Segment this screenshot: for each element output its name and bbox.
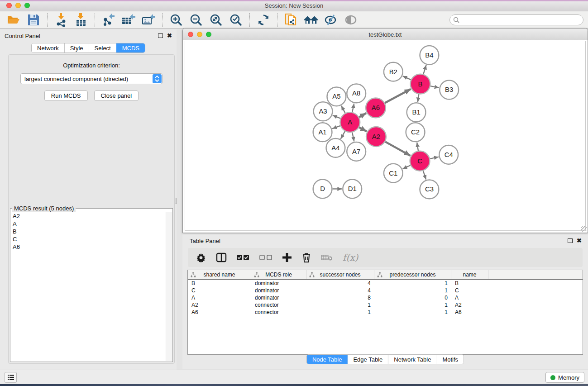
table-cell[interactable]: 1 — [374, 309, 451, 315]
graph-edge-A2-C[interactable] — [385, 142, 411, 156]
graph-edge-C-C3[interactable] — [423, 171, 426, 179]
table-cell[interactable]: dominator — [251, 280, 306, 286]
graph-node-D[interactable]: D — [313, 180, 332, 199]
float-table-panel-icon[interactable] — [568, 238, 573, 243]
graph-node-A6[interactable]: A6 — [366, 98, 386, 118]
window-resize-grip[interactable] — [581, 226, 587, 232]
graph-edge-B-B2[interactable] — [403, 76, 411, 80]
float-panel-icon[interactable] — [158, 33, 163, 38]
add-row-icon[interactable] — [282, 253, 292, 262]
column-header-MCDS-role[interactable]: MCDS role — [251, 270, 306, 279]
refresh-view-icon[interactable] — [256, 13, 271, 27]
run-mcds-button[interactable]: Run MCDS — [44, 91, 88, 101]
graph-edge-A-A4[interactable] — [341, 131, 345, 139]
table-row-B[interactable]: Bdominator41B — [188, 280, 583, 287]
graph-node-C4[interactable]: C4 — [439, 145, 458, 164]
graph-node-B[interactable]: B — [411, 74, 430, 94]
close-panel-icon[interactable]: ✖ — [167, 33, 172, 38]
table-cell[interactable]: connector — [251, 302, 306, 308]
network-canvas[interactable]: AA1A2A3A4A5A6A7A8BB1B2B3B4CC1C2C3C4DD1 — [185, 41, 586, 231]
column-header-successor-nodes[interactable]: successor nodes — [306, 270, 374, 279]
table-cell[interactable]: 1 — [306, 309, 374, 315]
select-all-icon[interactable] — [237, 254, 249, 261]
panel-divider-handle[interactable] — [175, 198, 177, 204]
close-table-panel-icon[interactable]: ✖ — [577, 238, 582, 243]
graph-node-C3[interactable]: C3 — [420, 180, 439, 199]
table-tab-network-table[interactable]: Network Table — [388, 355, 436, 364]
panels-menu-button[interactable] — [5, 372, 17, 383]
import-network-icon[interactable] — [54, 13, 68, 27]
result-scrollbar[interactable] — [166, 212, 172, 361]
table-cell[interactable]: 1 — [374, 287, 451, 294]
table-cell[interactable]: dominator — [251, 287, 306, 294]
column-header-shared-name[interactable]: shared name — [188, 270, 251, 279]
graph-edge-A-A8[interactable] — [352, 104, 354, 112]
table-cell[interactable]: 8 — [306, 295, 374, 301]
mcds-result-item[interactable]: A6 — [11, 243, 166, 251]
graph-node-D1[interactable]: D1 — [343, 180, 362, 199]
graph-node-C2[interactable]: C2 — [406, 123, 425, 142]
save-session-icon[interactable] — [26, 13, 41, 27]
table-cell[interactable]: A — [451, 295, 488, 301]
table-cell[interactable]: A2 — [451, 302, 488, 308]
table-tab-node-table[interactable]: Node Table — [307, 355, 348, 364]
graph-edge-B-B4[interactable] — [423, 65, 426, 74]
zoom-out-icon[interactable] — [189, 13, 203, 27]
open-file-icon[interactable] — [6, 13, 21, 27]
mcds-result-item[interactable]: B — [11, 228, 166, 235]
table-cell[interactable]: 1 — [374, 302, 451, 308]
table-cell[interactable]: 4 — [306, 287, 374, 294]
network-window-titlebar[interactable]: testGlobe.txt — [183, 29, 588, 40]
home-views-icon[interactable] — [304, 13, 318, 27]
graph-edge-B-B1[interactable] — [418, 94, 419, 102]
graph-node-A7[interactable]: A7 — [347, 142, 366, 161]
graph-node-A4[interactable]: A4 — [326, 138, 345, 157]
graph-edge-A-A6[interactable] — [359, 113, 366, 117]
graph-node-A5[interactable]: A5 — [327, 87, 346, 106]
graph-node-B3[interactable]: B3 — [440, 81, 459, 100]
graph-edge-C-C2[interactable] — [417, 143, 418, 151]
zoom-in-icon[interactable] — [169, 13, 183, 27]
table-cell[interactable]: B — [188, 280, 251, 286]
network-snapshot-icon[interactable] — [284, 13, 298, 27]
column-header-name[interactable]: name — [451, 270, 488, 279]
tab-network[interactable]: Network — [32, 43, 64, 52]
graph-edge-C-C4[interactable] — [430, 157, 439, 159]
table-cell[interactable]: connector — [251, 309, 306, 315]
graph-node-B2[interactable]: B2 — [384, 62, 403, 81]
graph-edge-A-A2[interactable] — [359, 127, 367, 131]
criterion-select[interactable]: largest connected component (directed) — [20, 73, 163, 84]
column-settings-icon[interactable] — [196, 253, 206, 262]
graph-node-B1[interactable]: B1 — [407, 103, 426, 122]
table-cell[interactable]: A — [188, 295, 251, 301]
graph-edge-A-A5[interactable] — [341, 106, 345, 113]
search-input[interactable] — [449, 14, 583, 25]
tab-style[interactable]: Style — [64, 43, 89, 52]
mcds-result-item[interactable]: A — [11, 220, 166, 228]
graph-edge-B-B3[interactable] — [430, 86, 439, 88]
graph-node-A1[interactable]: A1 — [313, 123, 332, 142]
graph-edge-A-A7[interactable] — [352, 133, 354, 142]
graph-node-C1[interactable]: C1 — [384, 164, 403, 183]
graph-node-A8[interactable]: A8 — [347, 84, 366, 103]
table-row-A2[interactable]: A2connector11A2 — [188, 301, 583, 309]
table-cell[interactable]: A2 — [188, 302, 251, 308]
table-cell[interactable]: A6 — [188, 309, 251, 315]
table-cell[interactable]: C — [188, 287, 251, 294]
deselect-all-icon[interactable] — [259, 254, 272, 261]
close-panel-button[interactable]: Close panel — [94, 91, 139, 101]
graph-edge-A-A1[interactable] — [332, 126, 340, 129]
delete-rows-icon[interactable] — [302, 253, 311, 263]
table-cell[interactable]: 1 — [374, 280, 451, 286]
table-cell[interactable]: 0 — [374, 295, 451, 301]
column-header-predecessor-nodes[interactable]: predecessor nodes — [374, 270, 451, 279]
zoom-fit-icon[interactable] — [209, 13, 223, 27]
tab-mcds[interactable]: MCDS — [116, 43, 145, 52]
table-tab-edge-table[interactable]: Edge Table — [347, 355, 388, 364]
mcds-result-item[interactable]: C — [11, 235, 166, 243]
table-cell[interactable]: 1 — [306, 302, 374, 308]
mcds-result-item[interactable]: A2 — [11, 212, 166, 220]
graph-edge-A6-B[interactable] — [385, 89, 411, 103]
graph-node-A[interactable]: A — [340, 112, 360, 132]
export-network-icon[interactable] — [101, 13, 116, 27]
